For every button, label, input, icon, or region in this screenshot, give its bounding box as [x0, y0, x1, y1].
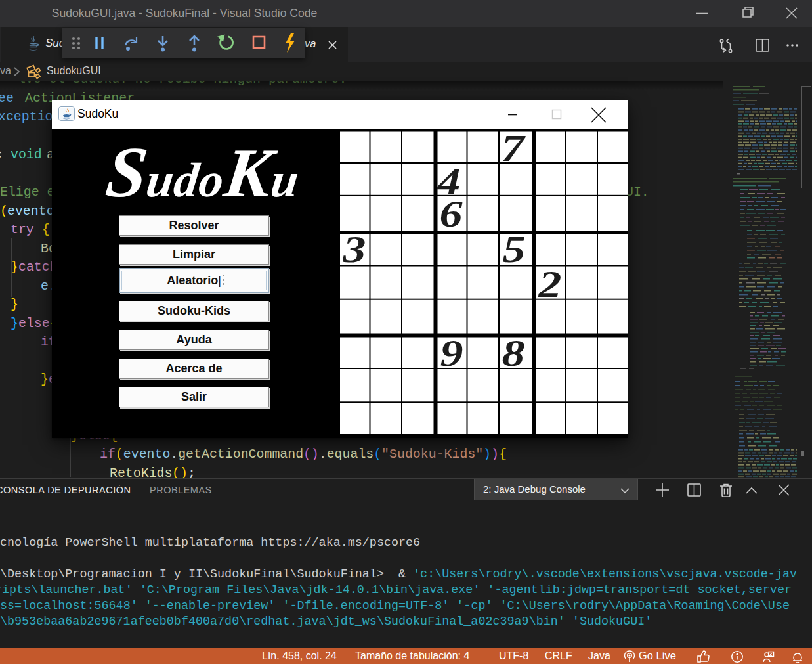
svg-text:9: 9: [440, 333, 463, 374]
svg-text:5: 5: [503, 229, 526, 270]
svg-text:6: 6: [440, 194, 463, 234]
svg-text:3: 3: [342, 229, 366, 270]
svg-text:2: 2: [538, 264, 561, 305]
svg-text:7: 7: [502, 129, 526, 169]
svg-text:8: 8: [502, 333, 525, 374]
